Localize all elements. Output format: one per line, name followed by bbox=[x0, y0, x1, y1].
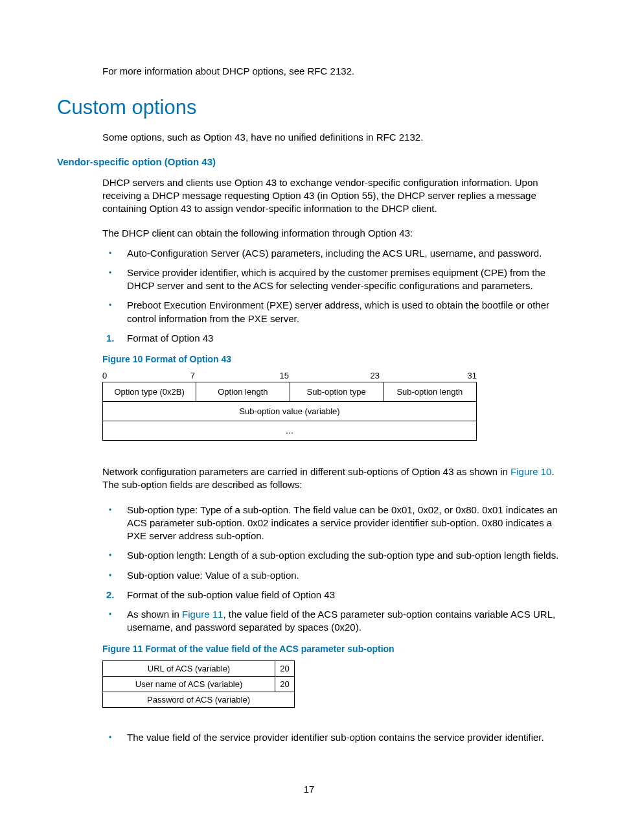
item-number: 2. bbox=[106, 589, 115, 601]
item-number: 1. bbox=[106, 332, 115, 345]
field-cell: Sub-option type bbox=[290, 382, 383, 401]
field-cell: URL of ACS (variable) bbox=[103, 661, 275, 676]
tick: 7 bbox=[108, 371, 195, 380]
bullet-list: Sub-option type: Type of a sub-option. T… bbox=[102, 504, 561, 582]
field-cell: Option length bbox=[196, 382, 290, 401]
bit-ruler: 0 7 15 23 31 bbox=[102, 371, 477, 380]
list-item: Service provider identifier, which is ac… bbox=[102, 266, 561, 293]
list-item: Sub-option length: Length of a sub-optio… bbox=[102, 549, 561, 562]
figure-10-link[interactable]: Figure 10 bbox=[510, 466, 551, 477]
bullet-list: As shown in Figure 11, the value field o… bbox=[102, 608, 561, 635]
field-cell: Password of ACS (variable) bbox=[103, 692, 295, 707]
field-cell: Option type (0x2B) bbox=[103, 382, 196, 401]
figure-caption: Figure 11 Format of the value field of t… bbox=[102, 644, 561, 654]
tick: 15 bbox=[195, 371, 289, 380]
tick: 0 bbox=[102, 371, 108, 380]
figure-11-link[interactable]: Figure 11 bbox=[182, 609, 223, 620]
field-cell: 20 bbox=[275, 661, 295, 676]
tick: 23 bbox=[289, 371, 380, 380]
field-cell: User name of ACS (variable) bbox=[103, 677, 275, 692]
table-row: Option type (0x2B) Option length Sub-opt… bbox=[102, 382, 477, 401]
item-text: Format of the sub-option value field of … bbox=[127, 589, 335, 600]
table-row: Password of ACS (variable) bbox=[103, 692, 295, 708]
numbered-item: 2. Format of the sub-option value field … bbox=[102, 589, 561, 601]
tick: 31 bbox=[380, 371, 477, 380]
list-item: Sub-option type: Type of a sub-option. T… bbox=[102, 504, 561, 543]
numbered-item: 1. Format of Option 43 bbox=[102, 332, 561, 345]
field-cell: 20 bbox=[275, 677, 295, 692]
figure-caption: Figure 10 Format of Option 43 bbox=[102, 354, 561, 364]
text: As shown in bbox=[127, 609, 182, 620]
text: Network configuration parameters are car… bbox=[102, 466, 510, 477]
paragraph: DHCP servers and clients use Option 43 t… bbox=[102, 176, 561, 216]
heading-vendor-specific: Vendor-specific option (Option 43) bbox=[57, 156, 561, 167]
list-item: The value field of the service provider … bbox=[102, 731, 561, 744]
figure-11-diagram: URL of ACS (variable) 20 User name of AC… bbox=[102, 660, 295, 708]
page-number: 17 bbox=[0, 784, 618, 795]
figure-10-diagram: 0 7 15 23 31 Option type (0x2B) Option l… bbox=[102, 371, 477, 441]
bullet-list: Auto-Configuration Server (ACS) paramete… bbox=[102, 247, 561, 325]
list-item: Preboot Execution Environment (PXE) serv… bbox=[102, 299, 561, 325]
paragraph: Network configuration parameters are car… bbox=[102, 465, 561, 492]
intro-paragraph: For more information about DHCP options,… bbox=[102, 65, 561, 78]
item-text: Format of Option 43 bbox=[127, 332, 213, 344]
table-row: Sub-option value (variable) bbox=[102, 401, 477, 421]
list-item: Sub-option value: Value of a sub-option. bbox=[102, 569, 561, 582]
list-item: As shown in Figure 11, the value field o… bbox=[102, 608, 561, 635]
table-row: URL of ACS (variable) 20 bbox=[103, 661, 295, 677]
document-page: For more information about DHCP options,… bbox=[0, 0, 618, 840]
bullet-list: The value field of the service provider … bbox=[102, 731, 561, 744]
field-cell: … bbox=[103, 421, 477, 440]
paragraph: The DHCP client can obtain the following… bbox=[102, 227, 561, 240]
heading-custom-options: Custom options bbox=[57, 96, 561, 119]
field-cell: Sub-option value (variable) bbox=[103, 402, 477, 421]
list-item: Auto-Configuration Server (ACS) paramete… bbox=[102, 247, 561, 260]
paragraph: Some options, such as Option 43, have no… bbox=[102, 131, 561, 144]
field-cell: Sub-option length bbox=[383, 382, 477, 401]
table-row: User name of ACS (variable) 20 bbox=[103, 677, 295, 692]
table-row: … bbox=[102, 421, 477, 441]
